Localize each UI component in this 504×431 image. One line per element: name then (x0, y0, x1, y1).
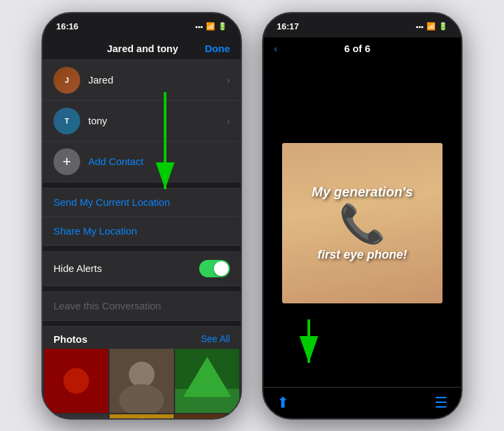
signal-icon-1: ▪▪▪ (195, 23, 203, 31)
photo-svg-1 (110, 349, 174, 413)
send-location-label: Send My Current Location (53, 196, 170, 208)
nav-bar-1: Jared and tony Done (43, 37, 241, 60)
photo-thumb-3[interactable] (44, 414, 108, 418)
signal-icon-2: ▪▪▪ (416, 23, 424, 31)
share-location-row[interactable]: Share My Location (43, 217, 241, 245)
phone-2: 16:17 ▪▪▪ 📶 🔋 ‹ 6 of 6 My generation's (262, 12, 463, 420)
photo-thumb-2[interactable] (175, 349, 239, 413)
contact-name-tony: tony (88, 115, 227, 126)
viewer-toolbar: ⬆ ☰ (263, 387, 461, 418)
toggle-thumb (214, 261, 229, 276)
action-section: Send My Current Location Share My Locati… (43, 188, 241, 246)
done-button[interactable]: Done (205, 43, 231, 54)
toggle-section: Hide Alerts (43, 251, 241, 286)
avatar-jared: J (53, 67, 80, 94)
notch-2 (322, 13, 402, 32)
conversation-title: Jared and tony (80, 43, 205, 54)
viewer-title: 6 of 6 (344, 43, 370, 54)
photo-thumb-1[interactable] (110, 349, 174, 413)
photo-svg-4 (110, 414, 174, 418)
photo-svg-3 (44, 414, 108, 418)
photo-viewer: ‹ 6 of 6 My generation's 📞 first eye pho… (263, 37, 461, 418)
wifi-icon-1: 📶 (206, 22, 215, 31)
see-all-button[interactable]: See All (201, 333, 230, 344)
meme-bottom-text: first eye phone! (312, 243, 412, 267)
list-button[interactable]: ☰ (434, 394, 448, 412)
add-contact-label: Add Contact (88, 156, 144, 167)
photo-svg-5 (175, 414, 239, 418)
avatar-tony: T (53, 108, 80, 134)
photos-grid: My gen (43, 349, 241, 418)
leave-label: Leave this Conversation (53, 300, 161, 311)
photo-thumb-5[interactable] (175, 414, 239, 418)
status-icons-2: ▪▪▪ 📶 🔋 (416, 22, 448, 31)
add-icon: + (53, 148, 80, 175)
leave-row[interactable]: Leave this Conversation (43, 292, 241, 320)
status-icons-1: ▪▪▪ 📶 🔋 (195, 22, 227, 31)
meme-image: My generation's 📞 first eye phone! (282, 143, 443, 303)
photos-title: Photos (53, 333, 88, 345)
svg-rect-14 (175, 414, 239, 418)
photo-svg-0 (44, 349, 108, 413)
send-location-row[interactable]: Send My Current Location (43, 188, 241, 217)
svg-point-1 (64, 368, 89, 393)
notch-1 (102, 13, 182, 32)
photos-header: Photos See All (43, 327, 241, 349)
viewer-back-button[interactable]: ‹ (274, 43, 277, 54)
hide-alerts-toggle[interactable] (199, 260, 230, 277)
phone-2-shell: 16:17 ▪▪▪ 📶 🔋 ‹ 6 of 6 My generation's (262, 12, 463, 420)
meme-top-text: My generation's (306, 179, 418, 205)
phone-1-content: Jared and tony Done J Jared › T tony › (43, 37, 241, 418)
share-location-label: Share My Location (53, 225, 137, 237)
battery-icon-2: 🔋 (438, 22, 448, 31)
wifi-icon-2: 📶 (426, 22, 436, 31)
photo-svg-2 (175, 349, 239, 413)
svg-point-3 (129, 362, 154, 387)
battery-icon-1: 🔋 (218, 22, 227, 31)
svg-rect-8 (44, 414, 108, 418)
add-contact-row[interactable]: + Add Contact (43, 142, 241, 182)
contact-name-jared: Jared (88, 74, 227, 86)
share-button[interactable]: ⬆ (277, 394, 289, 412)
hide-alerts-label: Hide Alerts (53, 263, 102, 274)
contact-row-jared[interactable]: J Jared › (43, 60, 241, 101)
viewer-nav: ‹ 6 of 6 (263, 37, 461, 59)
toy-phone-icon: 📞 (339, 205, 386, 243)
chevron-tony: › (227, 116, 230, 126)
hide-alerts-row: Hide Alerts (43, 252, 241, 285)
chevron-jared: › (227, 75, 230, 86)
photos-section: Photos See All (43, 326, 241, 418)
photo-thumb-4[interactable] (110, 414, 174, 418)
contact-row-tony[interactable]: T tony › (43, 101, 241, 142)
leave-section: Leave this Conversation (43, 291, 241, 321)
phone-1: 16:16 ▪▪▪ 📶 🔋 Jared and tony Done J Jare… (41, 12, 242, 420)
viewer-main: My generation's 📞 first eye phone! (263, 59, 461, 387)
photo-thumb-0[interactable] (44, 349, 108, 413)
time-2: 16:17 (277, 21, 299, 31)
time-1: 16:16 (56, 21, 78, 31)
phone-1-shell: 16:16 ▪▪▪ 📶 🔋 Jared and tony Done J Jare… (41, 12, 242, 420)
